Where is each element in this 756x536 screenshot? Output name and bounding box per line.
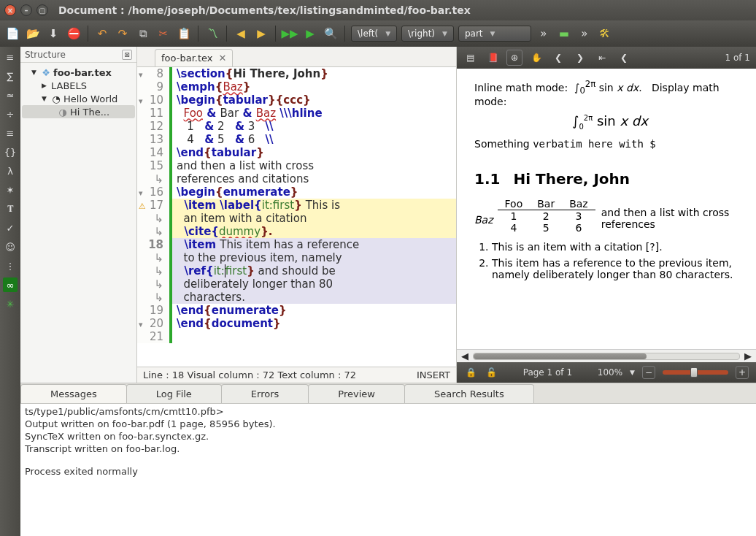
save-file-icon[interactable]: ⬇︎ <box>45 26 61 42</box>
delimiter-left-dropdown[interactable]: \left(▼ <box>351 26 397 42</box>
caret-right-icon[interactable]: ▶ <box>42 82 49 89</box>
view-icon[interactable]: 🔍 <box>323 26 339 42</box>
paste-icon[interactable]: 📋 <box>176 26 192 42</box>
sym-misc-icon[interactable]: ✶ <box>3 183 18 197</box>
close-window-button[interactable]: × <box>4 4 16 16</box>
sym-braces-icon[interactable]: {} <box>3 145 18 159</box>
sym-greek-icon[interactable]: ≡ <box>3 50 18 64</box>
editor-tab[interactable]: foo-bar.tex ✕ <box>155 49 233 66</box>
structure-panel: Structure ⊠ ▼ ❖ foo-bar.tex ▶ LABELS <box>20 47 137 383</box>
scroll-left-icon[interactable]: ◀ <box>461 351 468 361</box>
bottom-tabbar: Messages Log File Errors Preview Search … <box>20 383 756 403</box>
window-titlebar: × – ▢ Document : /home/joseph/Documents/… <box>0 0 756 20</box>
separator <box>88 26 88 42</box>
build-icon[interactable]: ▶▶ <box>282 26 298 42</box>
tree-root[interactable]: ▼ ❖ foo-bar.tex <box>22 66 135 79</box>
status-position: Line : 18 Visual column : 72 Text column… <box>143 370 356 380</box>
close-file-icon[interactable]: ⛔ <box>66 26 82 42</box>
chevron-down-icon: ▼ <box>385 30 390 37</box>
zoom-slider[interactable] <box>663 370 728 375</box>
sym-infty-icon[interactable]: ∞ <box>3 277 18 292</box>
prev-icon[interactable]: ◀ <box>233 26 249 42</box>
sym-relations-icon[interactable]: ≈ <box>3 88 18 102</box>
pdf-page[interactable]: Inline math mode: ∫02π sin x dx. Display… <box>457 69 756 349</box>
delimiter-right-dropdown[interactable]: \right)▼ <box>401 26 454 42</box>
log-line: Process exited normally <box>25 465 752 478</box>
tree-labels[interactable]: ▶ LABELS <box>22 79 135 92</box>
pv-next-icon[interactable]: ❯ <box>572 50 588 66</box>
delimiter-right-label: \right) <box>408 28 435 39</box>
code-area[interactable]: 8 ▾\section{Hi There, John} 9\emph{Baz} … <box>137 67 456 367</box>
lock-icon[interactable]: 🔒 <box>464 366 477 379</box>
preview-toolbar: ▤ 📕 ⊕ ✋ ❮ ❯ ⇤ ❮ 1 of 1 <box>457 47 756 69</box>
lock-open-icon[interactable]: 🔓 <box>485 366 498 379</box>
cut-icon[interactable]: ✂ <box>155 26 171 42</box>
wizard-icon[interactable]: 〽︎ <box>204 26 220 42</box>
tab-preview[interactable]: Preview <box>308 384 405 403</box>
overflow-icon[interactable]: » <box>536 26 552 42</box>
overflow2-icon[interactable]: » <box>576 26 593 42</box>
scroll-thumb[interactable] <box>474 353 647 359</box>
footer-zoom: 100% <box>598 367 622 378</box>
sym-text-icon[interactable]: 𝐓 <box>3 202 18 216</box>
zoom-in-icon[interactable]: + <box>736 366 749 379</box>
build-view-icon[interactable]: ▶ <box>302 26 318 42</box>
chevron-down-icon: ▼ <box>442 30 447 37</box>
separator <box>226 26 227 42</box>
main-toolbar: 📄 📂 ⬇︎ ⛔ ↶ ↷ ⧉ ✂ 📋 〽︎ ◀ ▶ ▶▶ ▶ 🔍 \left(▼… <box>0 20 756 47</box>
tools-icon[interactable]: 🛠 <box>597 26 613 42</box>
preview-hscroll[interactable]: ◀ ▶ <box>457 349 756 362</box>
pv-back-icon[interactable]: ❮ <box>616 50 632 66</box>
pv-page-icon[interactable]: ▤ <box>463 50 479 66</box>
tree-labels-label: LABELS <box>51 80 87 91</box>
minimize-window-button[interactable]: – <box>20 4 32 16</box>
tree-hi[interactable]: ◑ Hi The... <box>22 105 135 118</box>
sectioning-dropdown[interactable]: part▼ <box>458 26 531 42</box>
pv-add-icon[interactable]: ⊕ <box>506 50 522 66</box>
caret-down-icon[interactable]: ▼ <box>42 95 49 102</box>
new-file-icon[interactable]: 📄 <box>4 26 20 42</box>
tab-logfile[interactable]: Log File <box>126 384 222 403</box>
redo-icon[interactable]: ↷ <box>115 26 131 42</box>
sym-check-icon[interactable]: ✓ <box>3 221 18 235</box>
messages-panel[interactable]: ts/type1/public/amsfonts/cm/cmtt10.pfb> … <box>20 403 756 536</box>
preview-list-item: This item has a reference to the previou… <box>492 257 746 280</box>
pv-prev-icon[interactable]: ❮ <box>550 50 566 66</box>
log-line: Transcript written on foo-bar.log. <box>25 443 752 455</box>
pv-pdf-icon[interactable]: 📕 <box>485 50 501 66</box>
tab-close-icon[interactable]: ✕ <box>218 53 226 64</box>
sym-lambda-icon[interactable]: λ <box>3 164 18 178</box>
pv-page-count: 1 of 1 <box>725 53 750 63</box>
sectioning-label: part <box>465 28 483 39</box>
pv-first-icon[interactable]: ⇤ <box>594 50 610 66</box>
sym-arrows-icon[interactable]: ÷ <box>3 107 18 121</box>
tree-hello[interactable]: ▼ ◔ Hello World <box>22 92 135 105</box>
pv-hand-icon[interactable]: ✋ <box>528 50 544 66</box>
highlight-icon[interactable]: ▬ <box>556 26 572 42</box>
tab-messages[interactable]: Messages <box>20 384 127 403</box>
open-file-icon[interactable]: 📂 <box>25 26 41 42</box>
maximize-window-button[interactable]: ▢ <box>36 4 48 16</box>
section-icon: ◔ <box>51 93 61 104</box>
delimiter-left-label: \left( <box>358 28 378 39</box>
sym-star-icon[interactable]: ✳ <box>3 296 18 311</box>
next-icon[interactable]: ▶ <box>253 26 269 42</box>
preview-table: FooBarBaz 123 456 <box>498 198 595 234</box>
editor-tabbar: foo-bar.tex ✕ <box>137 47 456 67</box>
tab-search-results[interactable]: Search Results <box>404 384 534 403</box>
structure-close-button[interactable]: ⊠ <box>122 50 132 60</box>
zoom-out-icon[interactable]: − <box>642 366 655 379</box>
sym-face-icon[interactable]: ☺ <box>3 240 18 254</box>
separator <box>344 26 345 42</box>
scroll-right-icon[interactable]: ▶ <box>744 351 752 361</box>
sym-lists-icon[interactable]: ≡ <box>3 126 18 140</box>
caret-down-icon[interactable]: ▼ <box>31 69 39 76</box>
undo-icon[interactable]: ↶ <box>94 26 110 42</box>
log-line: Output written on foo-bar.pdf (1 page, 8… <box>25 418 752 430</box>
window-title: Document : /home/joseph/Documents/tex/li… <box>58 4 471 16</box>
status-mode: INSERT <box>417 370 450 380</box>
tab-errors[interactable]: Errors <box>221 384 309 403</box>
sym-dots-icon[interactable]: ⋮ <box>3 259 18 273</box>
sym-operators-icon[interactable]: ∑ <box>3 69 18 83</box>
copy-icon[interactable]: ⧉ <box>135 26 151 42</box>
